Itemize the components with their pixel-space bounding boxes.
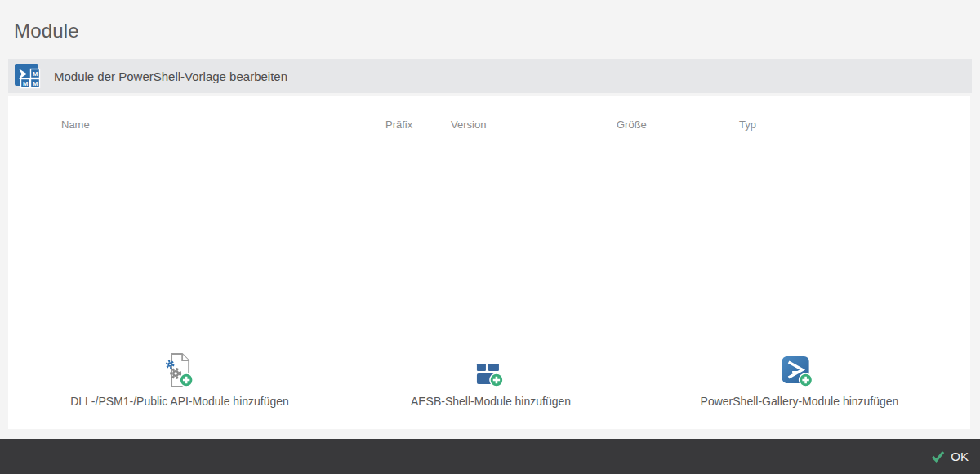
add-powershell-gallery-modules-button[interactable]: PowerShell-Gallery-Module hinzufügen [701,350,899,408]
module-table-header: Name Präfix Version Größe Typ [8,96,970,137]
column-header-version: Version [451,118,486,131]
footer-bar: OK [0,439,980,474]
powershell-module-icon: M M M [14,62,42,90]
document-gears-add-icon [163,350,197,391]
blocks-add-icon [474,350,507,391]
svg-text:M: M [23,80,28,87]
page-title: Module [14,20,79,42]
column-header-groesse: Größe [617,118,647,131]
command-bar-label: Module der PowerShell-Vorlage bearbeiten [54,69,287,83]
add-button-label: PowerShell-Gallery-Module hinzufügen [701,395,899,408]
powershell-gallery-add-icon [782,350,817,391]
module-list-empty-area [8,137,970,347]
command-bar-edit-modules[interactable]: M M M Module der PowerShell-Vorlage bear… [8,59,972,93]
column-header-name: Name [61,118,90,131]
ok-button-label: OK [951,449,969,463]
add-aesb-shell-modules-button[interactable]: AESB-Shell-Module hinzufügen [411,350,571,408]
ok-button[interactable]: OK [931,449,969,463]
column-header-praefix: Präfix [385,118,412,131]
add-button-label: AESB-Shell-Module hinzufügen [411,395,571,408]
add-button-label: DLL-/PSM1-/Public API-Module hinzufügen [70,395,289,408]
check-icon [931,450,945,463]
module-list-panel: Name Präfix Version Größe Typ [8,96,970,429]
add-dll-psm1-public-api-modules-button[interactable]: DLL-/PSM1-/Public API-Module hinzufügen [70,350,289,408]
svg-text:M: M [33,70,38,78]
svg-text:M: M [33,80,38,87]
column-header-typ: Typ [739,118,756,131]
